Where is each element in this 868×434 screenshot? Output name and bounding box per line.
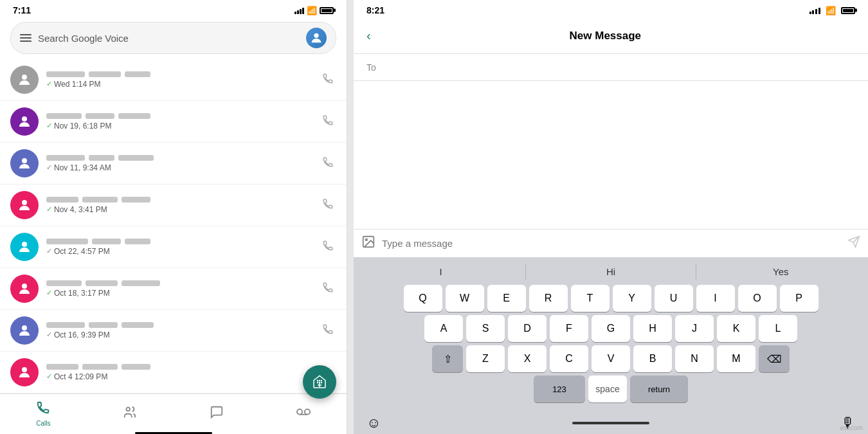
key-e[interactable]: E [487, 285, 526, 312]
contact-item[interactable]: ✓Nov 19, 6:18 PM [0, 101, 347, 143]
svg-point-4 [22, 200, 27, 205]
search-input[interactable]: Search Google Voice [38, 33, 300, 44]
key-u[interactable]: U [655, 285, 693, 312]
key-h[interactable]: H [633, 315, 672, 342]
svg-point-17 [297, 409, 302, 414]
phone-call-icon[interactable] [320, 237, 336, 257]
contact-info: ✓Oct 4 12:09 PM [46, 364, 312, 381]
key-backspace[interactable]: ⌫ [759, 345, 790, 372]
key-x[interactable]: X [508, 345, 547, 372]
contact-time: ✓Oct 18, 3:17 PM [46, 289, 312, 298]
nav-voicemail[interactable] [260, 402, 347, 426]
key-shift[interactable]: ⇧ [432, 345, 463, 372]
contact-info: ✓Oct 22, 4:57 PM [46, 239, 312, 256]
key-f[interactable]: F [550, 315, 588, 342]
phone-call-icon[interactable] [320, 321, 336, 341]
suggestion-hi[interactable]: Hi [526, 264, 696, 280]
contact-item[interactable]: ✓Oct 18, 3:17 PM [0, 268, 347, 310]
key-z[interactable]: Z [466, 345, 505, 372]
contact-item[interactable]: ✓Nov 4, 3:41 PM [0, 185, 347, 226]
nav-messages[interactable] [174, 402, 260, 426]
fab-button[interactable] [303, 365, 336, 399]
svg-point-2 [22, 116, 27, 122]
new-message-header: ‹ New Message [354, 18, 868, 54]
key-space[interactable]: space [588, 375, 627, 402]
suggestion-yes[interactable]: Yes [696, 264, 865, 280]
contact-item[interactable]: ✓Wed 1:14 PM [0, 59, 347, 101]
phone-call-icon[interactable] [320, 70, 336, 90]
divider [347, 0, 354, 434]
key-r[interactable]: R [529, 285, 568, 312]
bottom-nav: Calls [0, 393, 347, 431]
keyboard-row-3: ⇧ Z X C V B N M ⌫ [356, 345, 865, 372]
key-q[interactable]: Q [404, 285, 442, 312]
svg-point-6 [22, 284, 27, 289]
contact-avatar [10, 233, 39, 261]
nav-contacts[interactable] [87, 402, 174, 426]
svg-point-12 [321, 380, 322, 381]
contact-info: ✓Nov 19, 6:18 PM [46, 113, 312, 131]
svg-point-7 [22, 325, 27, 330]
key-s[interactable]: S [466, 315, 505, 342]
contact-time: ✓Oct 4 12:09 PM [46, 372, 312, 381]
key-b[interactable]: B [633, 345, 672, 372]
contact-item[interactable]: ✓Oct 22, 4:57 PM [0, 226, 347, 268]
avatar[interactable] [306, 28, 327, 48]
svg-point-1 [22, 75, 27, 80]
nav-calls[interactable]: Calls [0, 398, 87, 429]
status-bar-right: 8:21 📶 [354, 0, 868, 18]
contact-list: ✓Wed 1:14 PM✓Nov 19, 6:18 PM✓Nov 11, 9:3… [0, 59, 347, 393]
search-bar[interactable]: Search Google Voice [10, 22, 336, 54]
send-icon[interactable] [847, 235, 860, 251]
svg-point-15 [321, 382, 322, 383]
key-n[interactable]: N [675, 345, 714, 372]
phone-call-icon[interactable] [320, 154, 336, 174]
contact-item[interactable]: ✓Oct 16, 9:39 PM [0, 310, 347, 352]
key-k[interactable]: K [717, 315, 755, 342]
key-123[interactable]: 123 [534, 375, 585, 402]
voicemail-icon [296, 405, 311, 423]
key-g[interactable]: G [592, 315, 630, 342]
svg-point-0 [314, 33, 318, 38]
phone-call-icon[interactable] [320, 279, 336, 299]
emoji-icon[interactable]: ☺ [366, 415, 381, 431]
key-c[interactable]: C [550, 345, 588, 372]
key-o[interactable]: O [738, 285, 777, 312]
key-p[interactable]: P [780, 285, 818, 312]
signal-icon-right [809, 6, 820, 14]
key-m[interactable]: M [717, 345, 755, 372]
key-j[interactable]: J [675, 315, 714, 342]
key-l[interactable]: L [759, 315, 797, 342]
contact-name-blur [46, 322, 312, 328]
key-d[interactable]: D [508, 315, 547, 342]
key-return[interactable]: return [630, 375, 688, 402]
contact-info: ✓Oct 16, 9:39 PM [46, 322, 312, 339]
key-a[interactable]: A [424, 315, 463, 342]
phone-call-icon[interactable] [320, 195, 336, 215]
image-icon[interactable] [361, 235, 375, 252]
key-w[interactable]: W [446, 285, 484, 312]
signal-icon [294, 6, 304, 14]
key-i[interactable]: I [696, 285, 735, 312]
contact-avatar [10, 316, 39, 345]
key-y[interactable]: Y [613, 285, 651, 312]
status-bar-left: 7:11 📶 [0, 0, 347, 18]
phone-call-icon[interactable] [320, 112, 336, 132]
back-button[interactable]: ‹ [366, 28, 371, 43]
contact-info: ✓Wed 1:14 PM [46, 71, 312, 89]
key-v[interactable]: V [592, 345, 630, 372]
contact-item[interactable]: ✓Nov 11, 9:34 AM [0, 143, 347, 185]
hamburger-icon[interactable] [20, 34, 32, 42]
message-input-bar [354, 229, 868, 257]
calls-icon [36, 401, 50, 419]
contact-time: ✓Nov 19, 6:18 PM [46, 122, 312, 131]
message-input[interactable] [382, 238, 841, 249]
contact-avatar [10, 66, 39, 94]
keyboard: I Hi Yes Q W E R T Y U I O P A S D F G H… [354, 257, 868, 434]
to-input[interactable] [381, 62, 855, 73]
battery-icon [320, 7, 334, 14]
battery-icon-right [841, 7, 855, 14]
suggestion-i[interactable]: I [356, 264, 526, 280]
key-t[interactable]: T [571, 285, 610, 312]
contact-item[interactable]: ✓Oct 4 12:09 PM [0, 352, 347, 393]
